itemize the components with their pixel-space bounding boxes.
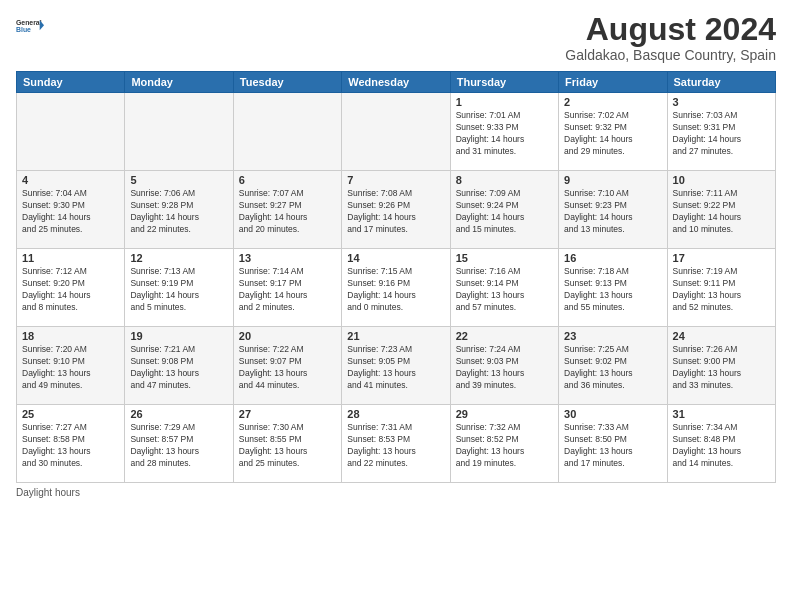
cell-info: Sunrise: 7:11 AMSunset: 9:22 PMDaylight:… — [673, 188, 770, 236]
daylight-hours-label: Daylight hours — [16, 487, 80, 498]
cell-info: Sunrise: 7:25 AMSunset: 9:02 PMDaylight:… — [564, 344, 661, 392]
calendar-cell: 22Sunrise: 7:24 AMSunset: 9:03 PMDayligh… — [450, 327, 558, 405]
weekday-header-thursday: Thursday — [450, 72, 558, 93]
calendar-cell: 15Sunrise: 7:16 AMSunset: 9:14 PMDayligh… — [450, 249, 558, 327]
cell-info: Sunrise: 7:09 AMSunset: 9:24 PMDaylight:… — [456, 188, 553, 236]
day-number: 6 — [239, 174, 336, 186]
cell-info: Sunrise: 7:27 AMSunset: 8:58 PMDaylight:… — [22, 422, 119, 470]
weekday-header-wednesday: Wednesday — [342, 72, 450, 93]
calendar-cell — [342, 93, 450, 171]
calendar-cell: 2Sunrise: 7:02 AMSunset: 9:32 PMDaylight… — [559, 93, 667, 171]
cell-info: Sunrise: 7:12 AMSunset: 9:20 PMDaylight:… — [22, 266, 119, 314]
day-number: 9 — [564, 174, 661, 186]
cell-info: Sunrise: 7:13 AMSunset: 9:19 PMDaylight:… — [130, 266, 227, 314]
cell-info: Sunrise: 7:16 AMSunset: 9:14 PMDaylight:… — [456, 266, 553, 314]
calendar-cell: 29Sunrise: 7:32 AMSunset: 8:52 PMDayligh… — [450, 405, 558, 483]
calendar-cell: 17Sunrise: 7:19 AMSunset: 9:11 PMDayligh… — [667, 249, 775, 327]
calendar-cell: 12Sunrise: 7:13 AMSunset: 9:19 PMDayligh… — [125, 249, 233, 327]
calendar-cell: 9Sunrise: 7:10 AMSunset: 9:23 PMDaylight… — [559, 171, 667, 249]
calendar-cell: 27Sunrise: 7:30 AMSunset: 8:55 PMDayligh… — [233, 405, 341, 483]
calendar-cell: 26Sunrise: 7:29 AMSunset: 8:57 PMDayligh… — [125, 405, 233, 483]
day-number: 4 — [22, 174, 119, 186]
calendar-cell: 14Sunrise: 7:15 AMSunset: 9:16 PMDayligh… — [342, 249, 450, 327]
day-number: 13 — [239, 252, 336, 264]
cell-info: Sunrise: 7:03 AMSunset: 9:31 PMDaylight:… — [673, 110, 770, 158]
day-number: 14 — [347, 252, 444, 264]
day-number: 26 — [130, 408, 227, 420]
cell-info: Sunrise: 7:15 AMSunset: 9:16 PMDaylight:… — [347, 266, 444, 314]
calendar-cell: 1Sunrise: 7:01 AMSunset: 9:33 PMDaylight… — [450, 93, 558, 171]
calendar-cell: 10Sunrise: 7:11 AMSunset: 9:22 PMDayligh… — [667, 171, 775, 249]
subtitle: Galdakao, Basque Country, Spain — [565, 47, 776, 63]
cell-info: Sunrise: 7:10 AMSunset: 9:23 PMDaylight:… — [564, 188, 661, 236]
day-number: 10 — [673, 174, 770, 186]
weekday-header-tuesday: Tuesday — [233, 72, 341, 93]
calendar-cell: 11Sunrise: 7:12 AMSunset: 9:20 PMDayligh… — [17, 249, 125, 327]
weekday-header-friday: Friday — [559, 72, 667, 93]
logo: GeneralBlue — [16, 12, 48, 40]
calendar-week-row: 1Sunrise: 7:01 AMSunset: 9:33 PMDaylight… — [17, 93, 776, 171]
calendar-cell: 30Sunrise: 7:33 AMSunset: 8:50 PMDayligh… — [559, 405, 667, 483]
calendar-cell: 28Sunrise: 7:31 AMSunset: 8:53 PMDayligh… — [342, 405, 450, 483]
calendar-cell: 31Sunrise: 7:34 AMSunset: 8:48 PMDayligh… — [667, 405, 775, 483]
day-number: 27 — [239, 408, 336, 420]
day-number: 12 — [130, 252, 227, 264]
calendar-cell: 25Sunrise: 7:27 AMSunset: 8:58 PMDayligh… — [17, 405, 125, 483]
cell-info: Sunrise: 7:02 AMSunset: 9:32 PMDaylight:… — [564, 110, 661, 158]
day-number: 15 — [456, 252, 553, 264]
cell-info: Sunrise: 7:31 AMSunset: 8:53 PMDaylight:… — [347, 422, 444, 470]
cell-info: Sunrise: 7:21 AMSunset: 9:08 PMDaylight:… — [130, 344, 227, 392]
day-number: 28 — [347, 408, 444, 420]
cell-info: Sunrise: 7:08 AMSunset: 9:26 PMDaylight:… — [347, 188, 444, 236]
calendar-cell: 13Sunrise: 7:14 AMSunset: 9:17 PMDayligh… — [233, 249, 341, 327]
day-number: 2 — [564, 96, 661, 108]
day-number: 24 — [673, 330, 770, 342]
calendar-table: SundayMondayTuesdayWednesdayThursdayFrid… — [16, 71, 776, 483]
cell-info: Sunrise: 7:01 AMSunset: 9:33 PMDaylight:… — [456, 110, 553, 158]
day-number: 11 — [22, 252, 119, 264]
day-number: 31 — [673, 408, 770, 420]
calendar-cell — [17, 93, 125, 171]
cell-info: Sunrise: 7:23 AMSunset: 9:05 PMDaylight:… — [347, 344, 444, 392]
calendar-footer: Daylight hours — [16, 487, 776, 498]
calendar-cell: 21Sunrise: 7:23 AMSunset: 9:05 PMDayligh… — [342, 327, 450, 405]
cell-info: Sunrise: 7:34 AMSunset: 8:48 PMDaylight:… — [673, 422, 770, 470]
day-number: 30 — [564, 408, 661, 420]
page-header: GeneralBlue August 2024 Galdakao, Basque… — [16, 12, 776, 63]
calendar-cell: 18Sunrise: 7:20 AMSunset: 9:10 PMDayligh… — [17, 327, 125, 405]
day-number: 5 — [130, 174, 227, 186]
calendar-cell: 4Sunrise: 7:04 AMSunset: 9:30 PMDaylight… — [17, 171, 125, 249]
svg-text:Blue: Blue — [16, 26, 31, 33]
calendar-week-row: 25Sunrise: 7:27 AMSunset: 8:58 PMDayligh… — [17, 405, 776, 483]
cell-info: Sunrise: 7:06 AMSunset: 9:28 PMDaylight:… — [130, 188, 227, 236]
cell-info: Sunrise: 7:24 AMSunset: 9:03 PMDaylight:… — [456, 344, 553, 392]
cell-info: Sunrise: 7:29 AMSunset: 8:57 PMDaylight:… — [130, 422, 227, 470]
cell-info: Sunrise: 7:18 AMSunset: 9:13 PMDaylight:… — [564, 266, 661, 314]
weekday-header-row: SundayMondayTuesdayWednesdayThursdayFrid… — [17, 72, 776, 93]
svg-marker-2 — [40, 20, 44, 30]
calendar-cell: 3Sunrise: 7:03 AMSunset: 9:31 PMDaylight… — [667, 93, 775, 171]
day-number: 23 — [564, 330, 661, 342]
cell-info: Sunrise: 7:26 AMSunset: 9:00 PMDaylight:… — [673, 344, 770, 392]
day-number: 1 — [456, 96, 553, 108]
cell-info: Sunrise: 7:33 AMSunset: 8:50 PMDaylight:… — [564, 422, 661, 470]
cell-info: Sunrise: 7:19 AMSunset: 9:11 PMDaylight:… — [673, 266, 770, 314]
cell-info: Sunrise: 7:14 AMSunset: 9:17 PMDaylight:… — [239, 266, 336, 314]
calendar-cell: 23Sunrise: 7:25 AMSunset: 9:02 PMDayligh… — [559, 327, 667, 405]
weekday-header-saturday: Saturday — [667, 72, 775, 93]
day-number: 29 — [456, 408, 553, 420]
cell-info: Sunrise: 7:20 AMSunset: 9:10 PMDaylight:… — [22, 344, 119, 392]
cell-info: Sunrise: 7:07 AMSunset: 9:27 PMDaylight:… — [239, 188, 336, 236]
day-number: 22 — [456, 330, 553, 342]
day-number: 3 — [673, 96, 770, 108]
day-number: 16 — [564, 252, 661, 264]
day-number: 21 — [347, 330, 444, 342]
calendar-cell: 24Sunrise: 7:26 AMSunset: 9:00 PMDayligh… — [667, 327, 775, 405]
cell-info: Sunrise: 7:22 AMSunset: 9:07 PMDaylight:… — [239, 344, 336, 392]
calendar-week-row: 11Sunrise: 7:12 AMSunset: 9:20 PMDayligh… — [17, 249, 776, 327]
calendar-week-row: 18Sunrise: 7:20 AMSunset: 9:10 PMDayligh… — [17, 327, 776, 405]
weekday-header-sunday: Sunday — [17, 72, 125, 93]
day-number: 18 — [22, 330, 119, 342]
cell-info: Sunrise: 7:32 AMSunset: 8:52 PMDaylight:… — [456, 422, 553, 470]
day-number: 17 — [673, 252, 770, 264]
